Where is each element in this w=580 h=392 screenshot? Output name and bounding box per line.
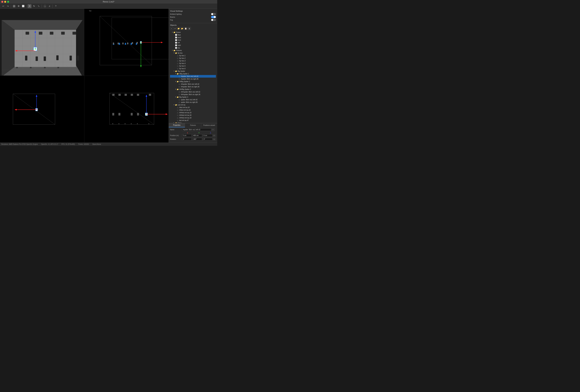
rotation-z-input[interactable]: [203, 138, 213, 141]
tree-item-led6[interactable]: ◻ led mh ba.47: [170, 119, 216, 122]
grid-button[interactable]: [12, 4, 16, 8]
ambient-lighting-toggle[interactable]: [211, 13, 216, 15]
tree-item-spider-right36[interactable]: ◻ #spider 38ch vis right.36: [170, 78, 216, 80]
tree-item-rgbw[interactable]: ▶ 📁 Rgbw: [170, 122, 216, 123]
led4-icon: ◻: [176, 114, 179, 116]
bigspider-folder-icon: 📁: [175, 70, 177, 72]
settings-button[interactable]: ⚙: [17, 4, 20, 8]
position-x-input[interactable]: [182, 134, 192, 137]
tab-positions-wizard[interactable]: Positions wizard: [201, 123, 217, 127]
tree-item-big-spider[interactable]: ▼ 📁 Big Spider: [170, 70, 216, 72]
tree-item-6phex3[interactable]: ◻ 6p hex.3: [170, 59, 216, 62]
maximize-button[interactable]: [7, 1, 9, 3]
tree-item-fixtures[interactable]: ▼ 📁 Fixtures: [170, 49, 216, 52]
viewport-side[interactable]: [84, 76, 169, 143]
obj-btn-4[interactable]: 📋: [184, 27, 187, 30]
viewport-3d[interactable]: [0, 9, 84, 76]
undo-button[interactable]: ↩: [1, 4, 5, 8]
tree-item-spider3-left[interactable]: ◻ ###spider 38ch vis1 left.42: [170, 91, 216, 93]
led3-icon: ◻: [176, 111, 179, 114]
move-button[interactable]: ✛: [27, 4, 31, 8]
rotation-row: Rotation ✏: [170, 138, 216, 141]
led1-label: #led mh ba.18: [179, 106, 189, 108]
tree-item-bigspider1[interactable]: ▼ 📁 #Big Spider 1: [170, 72, 216, 75]
tree-item-bigspider3[interactable]: ▼ 📁 ###Big Spider 3: [170, 88, 216, 91]
position-z-input[interactable]: [203, 134, 213, 137]
ambient-lighting-label: Ambient lighting: [170, 13, 181, 15]
tree-item-6phex2[interactable]: ◻ 6p hex.2: [170, 57, 216, 59]
tree-item-6phex6[interactable]: ◻ 6p hex.6: [170, 67, 216, 70]
close-button[interactable]: [1, 1, 3, 3]
tree-item-spider2-right[interactable]: ◻ ##spider 38ch vis right.36: [170, 85, 216, 88]
tree-item-spider3-right[interactable]: ◻ ###spider 38ch vis right.36: [170, 93, 216, 96]
obj-btn-3[interactable]: 📂: [181, 27, 184, 30]
tree-item-6phex1[interactable]: ◻ 6p hex.1: [170, 54, 216, 57]
name-input[interactable]: [182, 128, 211, 131]
tab-fixtures[interactable]: Fixtures: [185, 123, 201, 127]
objects-section: Objects + ↩ 📁 📂 📋 🗑 ▼ 📁 Scene ⬜: [169, 23, 217, 123]
led6-icon: ◻: [176, 119, 179, 121]
obj-btn-1[interactable]: ↩: [174, 27, 176, 30]
tree-item-back[interactable]: ⬜ back: [170, 36, 216, 39]
position-y-input[interactable]: [192, 134, 202, 137]
tree-item-bigspider2[interactable]: ▼ 📁 ##Big Spider 2: [170, 80, 216, 83]
viewport-top[interactable]: 👤 👤 👤 👤 👤: [84, 9, 169, 76]
tab-properties[interactable]: Properties: [169, 123, 185, 127]
position-edit-button[interactable]: ✏: [213, 134, 215, 137]
tree-item-led4[interactable]: ◻ ###led mh ba.18: [170, 114, 216, 116]
tree-item-spider2-left[interactable]: ◻ ##spider 38ch vis1 left.42: [170, 83, 216, 85]
midi-button[interactable]: ♬: [47, 4, 51, 8]
bs3-folder-icon: 📁: [176, 88, 179, 90]
ambient-lighting-knob: [211, 13, 213, 15]
svg-rect-97: [131, 113, 133, 115]
fog-toggle[interactable]: [211, 19, 216, 21]
add-object-button[interactable]: +: [170, 27, 173, 30]
window-controls[interactable]: [1, 1, 9, 3]
s4r-label: spider 38ch vis right.36: [181, 101, 198, 103]
front-icon: ⬜: [175, 39, 177, 41]
rotation-edit-button[interactable]: ✏: [213, 138, 215, 140]
redo-button[interactable]: ↪: [6, 4, 10, 8]
help-button[interactable]: ?: [54, 4, 58, 8]
tree-item-led3[interactable]: ◻ ###led mh ba.18: [170, 111, 216, 114]
name-edit-button[interactable]: ✏: [212, 128, 214, 131]
tree-item-spider4-right[interactable]: ◻ spider 38ch vis right.36: [170, 101, 216, 103]
tree-item-led1[interactable]: ◻ #led mh ba.18: [170, 106, 216, 109]
rotation-x-input[interactable]: [182, 138, 192, 141]
tree-item-bigspider4[interactable]: ▼ 📁 Big Spider 4: [170, 96, 216, 98]
tree-item-scene[interactable]: ▼ 📁 Scene: [170, 31, 216, 33]
tree-item-spider4-left[interactable]: ◻ spider 38ch vis1 left.42: [170, 98, 216, 101]
tree-item-spider-left42[interactable]: ◻ #spider 38ch vis1 left.42: [170, 75, 216, 78]
view-button[interactable]: ⬜: [21, 4, 25, 8]
tree-item-led5[interactable]: ◻ ###led mh ba.18: [170, 116, 216, 119]
left-label: left: [178, 42, 180, 44]
obj-btn-5[interactable]: 🗑: [188, 27, 191, 30]
beams-row: Beams: [170, 16, 216, 18]
audio-button[interactable]: 🎧: [43, 4, 47, 8]
s2l-label: ##spider 38ch vis1 left.42: [181, 83, 199, 85]
tree-item-led2[interactable]: ◻ ##led mh ba.18: [170, 109, 216, 111]
beams-toggle[interactable]: [211, 16, 216, 18]
tree-item-6phex4[interactable]: ◻ 6p hex.4: [170, 62, 216, 65]
tree-item-6phex5[interactable]: ◻ 6p hex.5: [170, 65, 216, 67]
obj-btn-2[interactable]: 📁: [177, 27, 180, 30]
tree-item-floor[interactable]: ⬜ floor: [170, 33, 216, 36]
scale-button[interactable]: ⤡: [37, 4, 40, 8]
svg-point-107: [125, 123, 126, 124]
rotate-button[interactable]: ↻: [32, 4, 36, 8]
tree-item-right[interactable]: ⬜ right: [170, 44, 216, 46]
rotation-y-input[interactable]: [192, 138, 202, 141]
svg-point-108: [131, 123, 132, 124]
viewport-front[interactable]: [0, 76, 84, 143]
svg-rect-67: [127, 43, 128, 44]
scene-folder-icon: 📁: [173, 31, 175, 33]
tree-item-6p-hex[interactable]: ▼ 📁 6p hex: [170, 52, 216, 54]
6phex6-label: 6p hex.6: [179, 68, 185, 70]
tree-item-top[interactable]: ⬜ top: [170, 46, 216, 49]
fps-status: FPS: 31 (576x465): [61, 143, 75, 145]
tree-item-led-mh-ba[interactable]: ▼ 📁 Led mh ba: [170, 103, 216, 106]
minimize-button[interactable]: [4, 1, 6, 3]
tree-item-left[interactable]: ⬜ left: [170, 41, 216, 44]
led5-icon: ◻: [176, 117, 179, 119]
tree-item-front[interactable]: ⬜ front: [170, 39, 216, 41]
